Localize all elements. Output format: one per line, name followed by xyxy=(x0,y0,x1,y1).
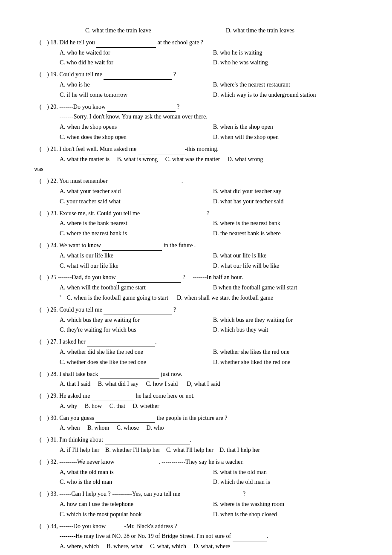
q24-optD: D. what our life will be like xyxy=(213,261,358,271)
question-34: ( ) 34, -------Do you know -Mr. Black's … xyxy=(34,521,358,552)
question-22: ( ) 22. You must remember . A. what your… xyxy=(34,176,358,206)
q24-options: A. what is our life like B. what our lif… xyxy=(60,251,358,261)
q21-line: ( ) 21. I don't feel well. Mum asked me … xyxy=(34,144,358,154)
q23-text: ) 23. Excuse me, sir. Could you tell me … xyxy=(47,208,358,219)
q19-paren: ( xyxy=(34,69,47,80)
q25-text: ) 25 -------Dad, do you know ? -------In… xyxy=(47,272,358,283)
question-18: ( ) 18. Did he tell you at the school ga… xyxy=(34,38,358,68)
q24-line: ( ) 24. We want to know in the future . xyxy=(34,240,358,251)
q33-paren: ( xyxy=(34,489,47,499)
q20-optC: C. when does the shop open xyxy=(60,132,205,142)
q18-options2: C. who did he wait for D. who he was wai… xyxy=(60,58,358,68)
q27-line: ( ) 27. I asked her . xyxy=(34,337,358,347)
q26-line: ( ) 26. Could you tell me ? xyxy=(34,305,358,315)
option-c-top: C. what time the train leave xyxy=(85,26,217,36)
q34-options: A. where, which B. where, what C. what, … xyxy=(60,541,358,552)
q33-line: ( ) 33. ------Can I help you ? ---------… xyxy=(34,489,358,499)
q18-optB: B. who he is waiting xyxy=(213,48,358,58)
q33-optB: B. where is the washing room xyxy=(213,499,358,509)
q33-optA: A. how can I use the telephone xyxy=(60,499,205,509)
q34-text: ) 34, -------Do you know -Mr. Black's ad… xyxy=(47,521,358,532)
q33-optC: C. which is the most popular book xyxy=(60,509,205,520)
q31-paren: ( xyxy=(34,435,47,445)
q20-line: ( ) 20. -------Do you know ? xyxy=(34,102,358,112)
q28-line: ( ) 28. I shall take back just now. xyxy=(34,369,358,379)
q33-optD: D. when is the shop closed xyxy=(213,509,358,520)
q24-paren: ( xyxy=(34,240,47,251)
q25-options2: ' C. when is the football game going to … xyxy=(60,293,358,303)
q32-optA: A, what the old man is xyxy=(60,467,205,477)
q20-optA: A. when the shop opens xyxy=(60,122,205,132)
question-31: ( ) 31. I'm thinking about . A. if I'll … xyxy=(34,435,358,455)
q30-paren: ( xyxy=(34,413,47,423)
q19-options2: C. if he will come tomorrow D. which way… xyxy=(60,90,358,100)
q22-optD: D. what has your teacher said xyxy=(213,197,358,207)
question-28: ( ) 28. I shall take back just now. A. t… xyxy=(34,369,358,390)
q18-line: ( ) 18. Did he tell you at the school ga… xyxy=(34,38,358,48)
q18-optA: A. who he waited for xyxy=(60,48,205,58)
q32-paren: ( xyxy=(34,457,47,467)
q23-optC: C. where the nearest bank is xyxy=(60,228,205,239)
q22-optB: B. what did your teacher say xyxy=(213,186,358,197)
q27-optA: A. whether did she like the red one xyxy=(60,347,205,357)
question-21: ( ) 21. I don't feel well. Mum asked me … xyxy=(34,144,358,174)
q19-text: ) 19. Could you tell me ? xyxy=(47,69,358,80)
q27-optC: C. whether does she like the red one xyxy=(60,357,205,367)
q31-text: ) 31. I'm thinking about . xyxy=(47,435,358,445)
q18-optC: C. who did he wait for xyxy=(60,58,205,68)
q21-text: ) 21. I don't feel well. Mum asked me -t… xyxy=(47,144,358,154)
q32-optD: D. which the old man is xyxy=(213,477,358,487)
q26-optA: A. which bus they are waiting for xyxy=(60,315,205,325)
q24-optA: A. what is our life like xyxy=(60,251,205,261)
question-30: ( ) 30. Can you guess the people in the … xyxy=(34,413,358,434)
q30-line: ( ) 30. Can you guess the people in the … xyxy=(34,413,358,423)
q23-optD: D. the nearest bank is where xyxy=(213,228,358,239)
q22-line: ( ) 22. You must remember . xyxy=(34,176,358,186)
q31-options: A. if I'll help her B. whether I'll help… xyxy=(60,445,358,455)
q32-optB: B. what is the old man xyxy=(213,467,358,477)
q23-optB: B. where is the nearest bank xyxy=(213,218,358,228)
q29-line: ( ) 29. He asked me he had come here or … xyxy=(34,391,358,401)
q26-options2: C. they're waiting for which bus D. whic… xyxy=(60,325,358,335)
q34-subtext: --------He may live at NO. 28 or No. 19 … xyxy=(60,531,358,541)
q29-text: ) 29. He asked me he had come here or no… xyxy=(47,391,358,401)
q26-optD: D. which bus they wait xyxy=(213,325,358,335)
question-23: ( ) 23. Excuse me, sir. Could you tell m… xyxy=(34,208,358,239)
q21-was: was xyxy=(34,164,358,174)
q29-options: A. why B. how C. that D. whether xyxy=(60,401,358,411)
q26-optC: C. they're waiting for which bus xyxy=(60,325,205,335)
q28-options: A. that I said B. what did I say C. how … xyxy=(60,379,358,389)
q27-options2: C. whether does she like the red one D. … xyxy=(60,357,358,367)
top-options: C. what time the train leave D. what tim… xyxy=(85,26,358,36)
question-25: ( ) 25 -------Dad, do you know ? -------… xyxy=(34,272,358,303)
q32-options2: C. who is the old man D. which the old m… xyxy=(60,477,358,487)
question-33: ( ) 33. ------Can I help you ? ---------… xyxy=(34,489,358,519)
q18-paren: ( xyxy=(34,38,47,48)
q24-optC: C. what will our life like xyxy=(60,261,205,271)
q34-line: ( ) 34, -------Do you know -Mr. Black's … xyxy=(34,521,358,532)
q23-line: ( ) 23. Excuse me, sir. Could you tell m… xyxy=(34,208,358,219)
q33-options: A. how can I use the telephone B. where … xyxy=(60,499,358,509)
q18-options: A. who he waited for B. who he is waitin… xyxy=(60,48,358,58)
q24-text: ) 24. We want to know in the future . xyxy=(47,240,358,251)
q19-optC: C. if he will come tomorrow xyxy=(60,90,205,100)
question-20: ( ) 20. -------Do you know ? -------Sorr… xyxy=(34,102,358,142)
q27-optB: B. whether she likes the red one xyxy=(213,347,358,357)
q25-optA: A. when will the football game start xyxy=(60,283,205,293)
q25-options: A. when will the football game start B w… xyxy=(60,283,358,293)
q18-text: ) 18. Did he tell you at the school gate… xyxy=(47,38,358,48)
q22-options2: C. your teacher said what D. what has yo… xyxy=(60,197,358,207)
q18-optD: D. who he was waiting xyxy=(213,58,358,68)
q22-optA: A. what your teacher said xyxy=(60,186,205,197)
q32-optC: C. who is the old man xyxy=(60,477,205,487)
q33-options2: C. which is the most popular book D. whe… xyxy=(60,509,358,520)
q24-optB: B. what our life is like xyxy=(213,251,358,261)
q26-text: ) 26. Could you tell me ? xyxy=(47,305,358,315)
q32-line: ( ) 32. ---------We never know . -------… xyxy=(34,457,358,467)
q23-options2: C. where the nearest bank is D. the near… xyxy=(60,228,358,239)
q27-paren: ( xyxy=(34,337,47,347)
q19-optA: A. who is he xyxy=(60,80,205,90)
q21-options-inline: A. what the matter is B. what is wrong C… xyxy=(60,154,358,165)
q25-line: ( ) 25 -------Dad, do you know ? -------… xyxy=(34,272,358,283)
q25-paren: ( xyxy=(34,272,47,283)
